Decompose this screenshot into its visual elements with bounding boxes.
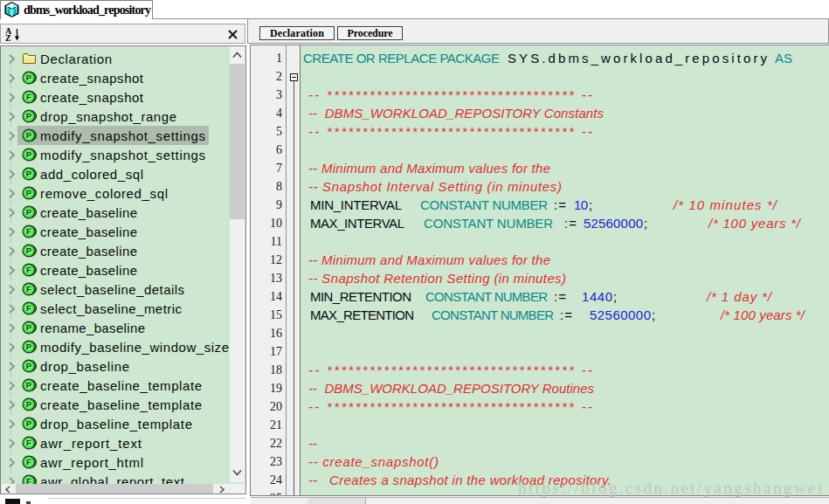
svg-text:P: P	[26, 169, 32, 178]
svg-text:P: P	[26, 72, 32, 82]
svg-text:F: F	[26, 303, 31, 313]
svg-text:P: P	[26, 342, 32, 351]
svg-text:F: F	[26, 92, 31, 101]
svg-text:F: F	[26, 438, 31, 447]
svg-text:P: P	[26, 149, 32, 159]
svg-text:P: P	[26, 322, 32, 332]
svg-text:P: P	[26, 399, 32, 409]
svg-text:P: P	[26, 361, 32, 370]
svg-text:P: P	[26, 111, 32, 121]
svg-text:F: F	[26, 265, 31, 274]
svg-text:P: P	[26, 188, 32, 197]
svg-text:F: F	[26, 284, 31, 293]
svg-text:P: P	[26, 130, 32, 140]
svg-text:P: P	[26, 207, 32, 217]
svg-text:Z: Z	[5, 33, 11, 42]
svg-text:P: P	[26, 245, 32, 255]
svg-text:F: F	[26, 457, 31, 466]
svg-text:P: P	[26, 418, 32, 428]
svg-text:P: P	[26, 380, 32, 390]
svg-text:F: F	[26, 226, 31, 236]
